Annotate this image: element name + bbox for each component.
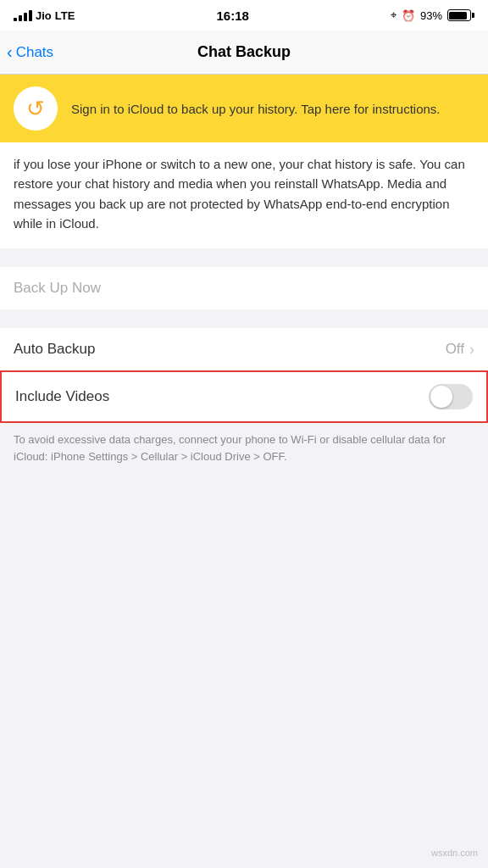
back-label: Chats [16, 44, 53, 61]
back-up-now-label: Back Up Now [14, 280, 101, 297]
footer-note: To avoid excessive data charges, connect… [0, 423, 488, 478]
location-icon: ⌖ [391, 8, 396, 22]
signal-bar-3 [24, 13, 27, 21]
chevron-right-icon: › [469, 341, 474, 359]
auto-backup-right: Off › [446, 341, 474, 359]
battery-percent: 93% [420, 9, 442, 22]
status-right: ⌖ ⏰ 93% [391, 8, 474, 22]
include-videos-label: Include Videos [15, 388, 109, 405]
battery-icon [447, 9, 474, 21]
signal-bars [14, 9, 32, 21]
footer-note-text: To avoid excessive data charges, connect… [14, 431, 474, 465]
network-label: LTE [55, 9, 75, 22]
chevron-left-icon: ‹ [7, 43, 13, 60]
alarm-icon: ⏰ [402, 9, 415, 22]
divider-1 [0, 248, 488, 267]
backup-now-section: Back Up Now [0, 267, 488, 309]
icloud-backup-icon: ↺ [26, 96, 45, 122]
description-text: if you lose your iPhone or switch to a n… [14, 154, 474, 233]
auto-backup-row[interactable]: Auto Backup Off › [0, 328, 488, 370]
include-videos-row: Include Videos [2, 372, 486, 421]
divider-2 [0, 309, 488, 328]
include-videos-section: Include Videos [0, 370, 488, 423]
icloud-banner[interactable]: ↺ Sign in to iCloud to back up your hist… [0, 75, 488, 142]
signal-bar-4 [29, 10, 32, 21]
auto-backup-label: Auto Backup [14, 341, 95, 358]
auto-backup-value: Off [446, 341, 464, 358]
nav-bar: ‹ Chats Chat Backup [0, 31, 488, 75]
carrier-label: Jio [36, 9, 52, 22]
signal-bar-2 [19, 15, 22, 21]
toggle-knob [430, 386, 452, 408]
watermark: wsxdn.com [431, 848, 478, 858]
status-time: 16:18 [216, 8, 248, 23]
auto-backup-section: Auto Backup Off › [0, 328, 488, 370]
include-videos-toggle[interactable] [429, 384, 473, 409]
description-section: if you lose your iPhone or switch to a n… [0, 142, 488, 248]
status-left: Jio LTE [14, 9, 75, 22]
icloud-banner-text: Sign in to iCloud to back up your histor… [71, 100, 441, 118]
icloud-icon-wrap: ↺ [14, 86, 58, 131]
back-button[interactable]: ‹ Chats [7, 44, 53, 61]
back-up-now-row[interactable]: Back Up Now [0, 267, 488, 309]
signal-bar-1 [14, 18, 17, 21]
page-title: Chat Backup [197, 43, 291, 61]
status-bar: Jio LTE 16:18 ⌖ ⏰ 93% [0, 0, 488, 31]
